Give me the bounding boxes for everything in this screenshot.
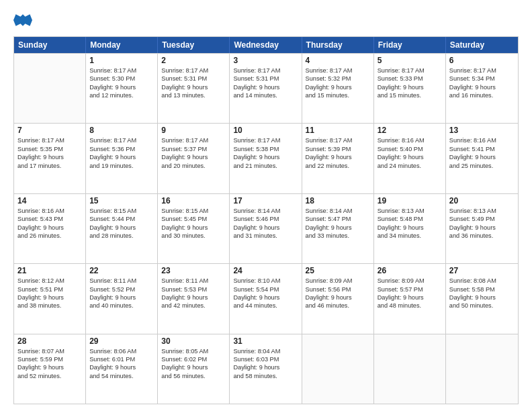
cal-cell: 22Sunrise: 8:11 AMSunset: 5:52 PMDayligh…: [86, 264, 158, 333]
cell-info-line: Daylight: 9 hours: [233, 224, 298, 232]
cell-info-line: Sunrise: 8:17 AM: [233, 66, 298, 75]
cell-info-line: and 21 minutes.: [233, 162, 298, 170]
header: [13, 11, 519, 30]
cell-info-line: and 19 minutes.: [89, 162, 154, 170]
cell-info-line: Sunset: 5:58 PM: [449, 285, 515, 293]
cell-info-line: Sunrise: 8:17 AM: [306, 66, 370, 75]
cell-info-line: Sunset: 6:01 PM: [89, 355, 154, 363]
cal-cell: 6Sunrise: 8:17 AMSunset: 5:34 PMDaylight…: [446, 54, 518, 123]
cal-cell: 4Sunrise: 8:17 AMSunset: 5:32 PMDaylight…: [302, 54, 374, 123]
day-number: 14: [17, 196, 82, 205]
cell-info-line: Sunrise: 8:11 AM: [89, 277, 154, 285]
day-number: 31: [233, 336, 298, 346]
cal-cell: 19Sunrise: 8:13 AMSunset: 5:48 PMDayligh…: [374, 194, 446, 263]
cell-info-line: Sunset: 5:40 PM: [378, 145, 442, 153]
cell-info-line: and 15 minutes.: [306, 91, 370, 99]
cell-info-line: Sunset: 5:49 PM: [449, 215, 515, 223]
cell-info-line: Daylight: 9 hours: [161, 293, 226, 302]
cell-info-line: Daylight: 9 hours: [306, 83, 370, 91]
cal-header-saturday: Saturday: [446, 37, 518, 53]
cal-week-5: 28Sunrise: 8:07 AMSunset: 5:59 PMDayligh…: [14, 334, 518, 404]
cell-info-line: Sunset: 5:51 PM: [17, 285, 82, 293]
cal-header-monday: Monday: [86, 37, 158, 53]
cell-info-line: Sunset: 5:57 PM: [378, 285, 442, 293]
cell-info-line: and 17 minutes.: [17, 162, 82, 170]
cell-info-line: Sunset: 5:54 PM: [233, 285, 298, 293]
cell-info-line: Sunset: 5:52 PM: [89, 285, 154, 293]
cal-cell: 16Sunrise: 8:15 AMSunset: 5:45 PMDayligh…: [158, 194, 230, 263]
cal-cell: 5Sunrise: 8:17 AMSunset: 5:33 PMDaylight…: [374, 54, 446, 123]
cell-info-line: Daylight: 9 hours: [161, 363, 226, 371]
day-number: 25: [306, 266, 370, 275]
cell-info-line: Sunrise: 8:11 AM: [161, 277, 226, 285]
day-number: 29: [89, 336, 154, 346]
cell-info-line: Daylight: 9 hours: [378, 83, 442, 91]
cell-info-line: Sunset: 5:37 PM: [161, 145, 226, 153]
cell-info-line: Sunrise: 8:17 AM: [89, 66, 154, 75]
cell-info-line: Daylight: 9 hours: [89, 363, 154, 371]
cell-info-line: Sunrise: 8:10 AM: [233, 277, 298, 285]
cell-info-line: and 36 minutes.: [449, 232, 515, 240]
cell-info-line: Sunrise: 8:17 AM: [449, 66, 515, 75]
cell-info-line: Sunset: 5:38 PM: [233, 145, 298, 153]
cell-info-line: and 15 minutes.: [378, 91, 442, 99]
cell-info-line: Daylight: 9 hours: [378, 224, 442, 232]
cell-info-line: and 50 minutes.: [449, 302, 515, 310]
cell-info-line: Daylight: 9 hours: [378, 153, 442, 161]
day-number: 1: [89, 56, 154, 65]
cell-info-line: and 46 minutes.: [306, 302, 370, 310]
cell-info-line: Sunset: 6:03 PM: [233, 355, 298, 363]
cal-cell: [302, 334, 374, 404]
logo: [13, 11, 35, 30]
day-number: 26: [378, 266, 442, 275]
cal-cell: 1Sunrise: 8:17 AMSunset: 5:30 PMDaylight…: [86, 54, 158, 123]
cal-cell: 17Sunrise: 8:14 AMSunset: 5:46 PMDayligh…: [230, 194, 302, 263]
cell-info-line: Sunrise: 8:13 AM: [378, 207, 442, 215]
day-number: 17: [233, 196, 298, 205]
cal-cell: 13Sunrise: 8:16 AMSunset: 5:41 PMDayligh…: [446, 124, 518, 193]
day-number: 23: [161, 266, 226, 275]
cell-info-line: Daylight: 9 hours: [449, 293, 515, 302]
cell-info-line: Daylight: 9 hours: [161, 153, 226, 161]
cell-info-line: and 28 minutes.: [89, 232, 154, 240]
cal-cell: 9Sunrise: 8:17 AMSunset: 5:37 PMDaylight…: [158, 124, 230, 193]
cell-info-line: Sunset: 5:30 PM: [89, 75, 154, 83]
cell-info-line: Sunrise: 8:09 AM: [378, 277, 442, 285]
cell-info-line: and 52 minutes.: [17, 372, 82, 380]
cell-info-line: Sunset: 5:45 PM: [161, 215, 226, 223]
cell-info-line: and 40 minutes.: [89, 302, 154, 310]
cell-info-line: Sunrise: 8:16 AM: [378, 136, 442, 144]
cell-info-line: Daylight: 9 hours: [89, 224, 154, 232]
cell-info-line: and 12 minutes.: [89, 91, 154, 99]
cell-info-line: Sunset: 5:59 PM: [17, 355, 82, 363]
cell-info-line: Sunset: 6:02 PM: [161, 355, 226, 363]
day-number: 22: [89, 266, 154, 275]
cell-info-line: Sunset: 5:33 PM: [378, 75, 442, 83]
day-number: 15: [89, 196, 154, 205]
cell-info-line: and 26 minutes.: [17, 232, 82, 240]
cell-info-line: Sunrise: 8:15 AM: [89, 207, 154, 215]
cal-cell: 24Sunrise: 8:10 AMSunset: 5:54 PMDayligh…: [230, 264, 302, 333]
cal-cell: 14Sunrise: 8:16 AMSunset: 5:43 PMDayligh…: [14, 194, 86, 263]
cell-info-line: Sunrise: 8:14 AM: [233, 207, 298, 215]
cell-info-line: Sunrise: 8:04 AM: [233, 347, 298, 355]
cal-cell: 2Sunrise: 8:17 AMSunset: 5:31 PMDaylight…: [158, 54, 230, 123]
cell-info-line: and 25 minutes.: [449, 162, 515, 170]
cell-info-line: Sunset: 5:31 PM: [233, 75, 298, 83]
cal-cell: 29Sunrise: 8:06 AMSunset: 6:01 PMDayligh…: [86, 334, 158, 404]
cell-info-line: Sunrise: 8:13 AM: [449, 207, 515, 215]
cal-cell: 25Sunrise: 8:09 AMSunset: 5:56 PMDayligh…: [302, 264, 374, 333]
cell-info-line: Daylight: 9 hours: [449, 153, 515, 161]
cal-header-thursday: Thursday: [302, 37, 374, 53]
cell-info-line: Sunrise: 8:17 AM: [233, 136, 298, 144]
cal-header-sunday: Sunday: [14, 37, 86, 53]
cell-info-line: Sunrise: 8:06 AM: [89, 347, 154, 355]
cell-info-line: Sunrise: 8:07 AM: [17, 347, 82, 355]
cal-cell: 18Sunrise: 8:14 AMSunset: 5:47 PMDayligh…: [302, 194, 374, 263]
cell-info-line: Sunrise: 8:05 AM: [161, 347, 226, 355]
cell-info-line: Daylight: 9 hours: [161, 224, 226, 232]
cell-info-line: Daylight: 9 hours: [17, 224, 82, 232]
day-number: 5: [378, 56, 442, 65]
cal-cell: 11Sunrise: 8:17 AMSunset: 5:39 PMDayligh…: [302, 124, 374, 193]
day-number: 7: [17, 126, 82, 135]
